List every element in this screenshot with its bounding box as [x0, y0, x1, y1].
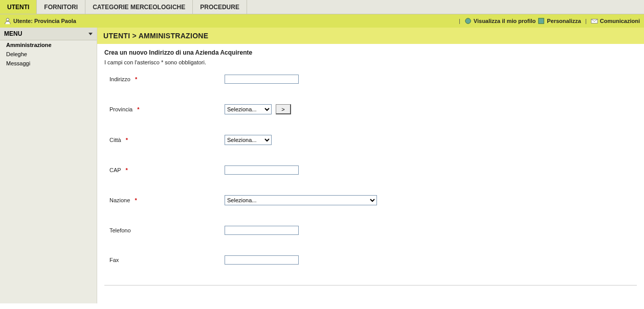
svg-point-0	[6, 18, 9, 21]
required-mark: *	[122, 167, 127, 173]
required-mark: *	[134, 106, 139, 112]
input-telefono[interactable]	[225, 226, 299, 235]
label-indirizzo: Indirizzo	[109, 76, 130, 82]
form-title: Crea un nuovo Indirizzo di una Azienda A…	[104, 49, 637, 56]
personalize-icon	[538, 17, 545, 25]
user-label: Utente: Provincia Paola	[13, 18, 76, 24]
label-citta: Città	[109, 137, 121, 143]
label-fax: Fax	[109, 257, 119, 263]
link-comms[interactable]: Comunicazioni	[600, 18, 640, 24]
tab-utenti[interactable]: UTENTI	[0, 0, 37, 14]
chevron-down-icon	[88, 33, 93, 35]
main-tabs: UTENTI FORNITORI CATEGORIE MERCEOLOGICHE…	[0, 0, 644, 14]
profile-icon	[464, 17, 472, 25]
sidebar: MENU Amministrazione Deleghe Messaggi	[0, 28, 97, 303]
form-hint: I campi con l'asterisco * sono obbligato…	[104, 59, 637, 65]
comms-icon	[591, 17, 598, 25]
select-provincia[interactable]: Seleziona...	[225, 104, 272, 114]
select-citta[interactable]: Seleziona...	[225, 135, 272, 145]
required-mark: *	[131, 197, 137, 203]
link-profile[interactable]: Visualizza il mio profilo	[474, 18, 536, 24]
sidebar-item-amministrazione[interactable]: Amministrazione	[0, 40, 97, 50]
separator	[104, 285, 637, 286]
user-icon	[4, 17, 11, 25]
label-telefono: Telefono	[109, 227, 131, 233]
input-cap[interactable]	[225, 165, 299, 175]
divider: |	[583, 18, 589, 24]
user-bar: Utente: Provincia Paola | Visualizza il …	[0, 14, 644, 28]
required-mark: *	[123, 137, 128, 143]
content: UTENTI > AMMINISTRAZIONE Crea un nuovo I…	[97, 28, 644, 303]
label-provincia: Provincia	[109, 106, 132, 112]
required-mark: *	[132, 76, 137, 82]
svg-point-1	[465, 18, 471, 24]
go-button-provincia[interactable]: >	[276, 104, 291, 114]
link-personalize[interactable]: Personalizza	[547, 18, 581, 24]
svg-rect-2	[539, 18, 544, 24]
tab-procedure[interactable]: PROCEDURE	[193, 0, 247, 14]
tab-categorie[interactable]: CATEGORIE MERCEOLOGICHE	[85, 0, 193, 14]
menu-header-label: MENU	[4, 30, 22, 37]
divider: |	[457, 18, 462, 24]
input-fax[interactable]	[225, 255, 299, 265]
sidebar-item-deleghe[interactable]: Deleghe	[0, 50, 97, 59]
tab-fornitori[interactable]: FORNITORI	[37, 0, 85, 14]
sidebar-item-messaggi[interactable]: Messaggi	[0, 59, 97, 68]
menu-header[interactable]: MENU	[0, 28, 97, 40]
breadcrumb: UTENTI > AMMINISTRAZIONE	[97, 28, 644, 44]
label-nazione: Nazione	[109, 197, 130, 203]
input-indirizzo[interactable]	[225, 75, 299, 84]
select-nazione[interactable]: Seleziona...	[225, 195, 377, 205]
label-cap: CAP	[109, 167, 121, 173]
